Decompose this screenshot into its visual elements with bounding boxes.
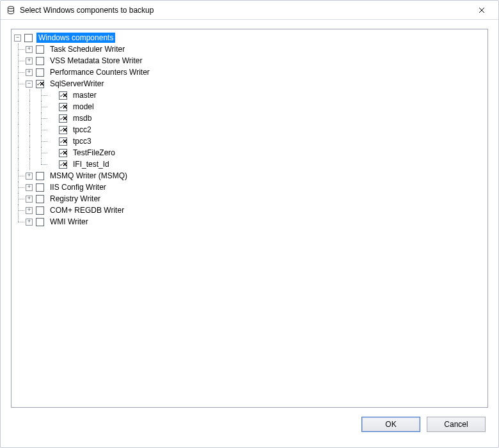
collapse-icon[interactable]: −: [26, 81, 33, 88]
checkbox[interactable]: [36, 45, 44, 54]
tree-item-label: IIS Config Writer: [48, 182, 108, 192]
dialog-title: Select Windows components to backup: [20, 6, 469, 15]
tree-item-label: Task Scheduler Writer: [48, 44, 127, 54]
tree-item[interactable]: tpcc3: [13, 135, 486, 147]
tree-item-label: TestFileZero: [71, 148, 117, 158]
checkbox[interactable]: [36, 68, 44, 77]
cancel-button[interactable]: Cancel: [427, 417, 486, 432]
tree-item-label: master: [71, 90, 99, 100]
close-icon: [479, 7, 485, 13]
tree-item-label: MSMQ Writer (MSMQ): [48, 171, 129, 181]
checkbox[interactable]: [36, 206, 44, 215]
expander-placeholder: [49, 161, 56, 168]
checkbox[interactable]: [59, 91, 67, 100]
expander-placeholder: [49, 127, 56, 134]
checkbox[interactable]: [59, 103, 67, 111]
expand-icon[interactable]: +: [26, 69, 33, 76]
checkbox[interactable]: [24, 34, 33, 42]
tree-item-label: IFI_test_Id: [71, 159, 111, 169]
tree-item-label: tpcc2: [71, 125, 93, 135]
checkbox[interactable]: [36, 183, 44, 192]
component-tree[interactable]: −Windows components+Task Scheduler Write…: [11, 29, 488, 408]
titlebar: Select Windows components to backup: [1, 1, 498, 20]
tree-item[interactable]: +Task Scheduler Writer: [13, 43, 486, 55]
ok-button[interactable]: OK: [361, 417, 420, 432]
database-icon: [6, 5, 16, 15]
tree-item[interactable]: msdb: [13, 112, 486, 124]
expand-icon[interactable]: +: [26, 58, 33, 65]
expand-icon[interactable]: +: [26, 173, 33, 180]
tree-item[interactable]: master: [13, 89, 486, 101]
tree-item[interactable]: tpcc2: [13, 124, 486, 135]
expander-placeholder: [49, 92, 56, 99]
collapse-icon[interactable]: −: [14, 35, 21, 42]
checkbox[interactable]: [59, 137, 67, 146]
tree-item-label: SqlServerWriter: [48, 79, 106, 89]
tree-item[interactable]: IFI_test_Id: [13, 158, 486, 170]
tree-item[interactable]: −SqlServerWriter: [13, 78, 486, 89]
tree-item-label: COM+ REGDB Writer: [48, 205, 126, 215]
dialog-content: −Windows components+Task Scheduler Write…: [1, 20, 498, 447]
checkbox[interactable]: [36, 195, 44, 203]
checkbox[interactable]: [36, 80, 44, 88]
tree-item[interactable]: +IIS Config Writer: [13, 182, 486, 193]
checkbox[interactable]: [59, 149, 67, 157]
tree-item[interactable]: +WMI Writer: [13, 216, 486, 228]
tree-item-label: Performance Counters Writer: [48, 67, 152, 77]
tree-item-label: VSS Metadata Store Writer: [48, 56, 145, 66]
dialog-window: Select Windows components to backup −Win…: [0, 0, 499, 448]
checkbox[interactable]: [59, 160, 67, 169]
tree-item-label: msdb: [71, 113, 93, 123]
tree-item-label: model: [71, 102, 96, 112]
expander-placeholder: [49, 104, 56, 111]
checkbox[interactable]: [36, 172, 44, 180]
checkbox[interactable]: [59, 114, 67, 123]
tree-item[interactable]: TestFileZero: [13, 147, 486, 158]
tree-item[interactable]: model: [13, 101, 486, 112]
expand-icon[interactable]: +: [26, 219, 33, 226]
tree-item[interactable]: +VSS Metadata Store Writer: [13, 55, 486, 66]
checkbox[interactable]: [59, 126, 67, 134]
expand-icon[interactable]: +: [26, 196, 33, 203]
tree-item-label: WMI Writer: [48, 217, 90, 227]
svg-point-0: [8, 6, 13, 8]
tree-item[interactable]: −Windows components: [13, 32, 486, 43]
tree-item[interactable]: +Performance Counters Writer: [13, 66, 486, 78]
checkbox[interactable]: [36, 57, 44, 65]
tree-item-label: Windows components: [36, 33, 115, 43]
tree-item[interactable]: +Registry Writer: [13, 193, 486, 205]
expander-placeholder: [49, 115, 56, 122]
expander-placeholder: [49, 138, 56, 145]
tree-item[interactable]: +MSMQ Writer (MSMQ): [13, 170, 486, 182]
tree-item[interactable]: +COM+ REGDB Writer: [13, 205, 486, 216]
expand-icon[interactable]: +: [26, 207, 33, 214]
expander-placeholder: [49, 150, 56, 157]
checkbox[interactable]: [36, 218, 44, 226]
close-button[interactable]: [469, 1, 495, 19]
expand-icon[interactable]: +: [26, 46, 33, 53]
tree-item-label: tpcc3: [71, 136, 93, 146]
tree-item-label: Registry Writer: [48, 194, 102, 204]
expand-icon[interactable]: +: [26, 184, 33, 191]
button-bar: OK Cancel: [11, 408, 488, 442]
